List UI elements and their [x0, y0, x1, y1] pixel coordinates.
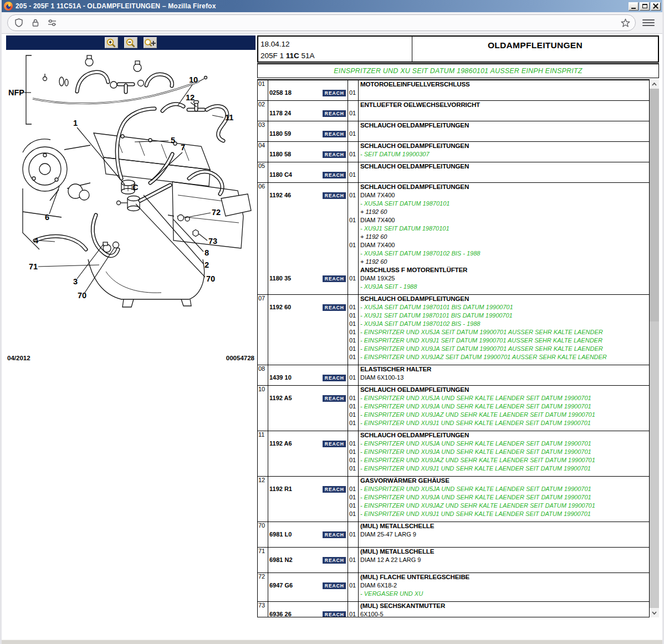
reach-badge[interactable]: REACH	[323, 192, 346, 199]
part-title: ELASTISCHER HALTER	[360, 365, 649, 374]
qty-value	[349, 590, 358, 598]
part-code-column: 1180 59REACH	[268, 121, 348, 141]
shield-icon[interactable]	[14, 18, 23, 27]
scroll-down-button[interactable]	[650, 608, 659, 617]
description-column: (MUL) FLACHE UNTERLEGSCHEIBEDIAM 6X18-2-…	[359, 573, 649, 601]
qty-column: 01	[348, 602, 359, 617]
reach-badge[interactable]: REACH	[323, 90, 346, 96]
row-number: 73	[258, 602, 268, 617]
part-number[interactable]: 1180 35	[269, 274, 291, 283]
part-code-column: 1439 10REACH	[268, 365, 348, 385]
part-number[interactable]: 1192 R1	[269, 485, 292, 493]
part-number[interactable]: 1178 24	[269, 109, 291, 117]
reach-badge[interactable]: REACH	[323, 611, 346, 618]
qty-value: 01	[349, 502, 358, 510]
engine-parts-diagram: NFP101211157647137072738270C	[6, 50, 254, 360]
part-number[interactable]: 1180 58	[269, 150, 291, 159]
zoom-pan-icon	[144, 38, 156, 48]
part-number[interactable]: 1192 A5	[269, 394, 292, 402]
scroll-up-button[interactable]	[650, 79, 659, 89]
reach-badge[interactable]: REACH	[323, 375, 346, 381]
reach-badge[interactable]: REACH	[323, 110, 346, 117]
part-number[interactable]: 6936 26	[269, 610, 292, 617]
reach-badge[interactable]: REACH	[323, 172, 346, 178]
part-number[interactable]: 6947 G6	[269, 581, 293, 590]
qty-column: 01010101010101	[348, 295, 359, 365]
part-detail: - XU9JA SEIT DATUM 19870102 BIS - 1988	[360, 320, 649, 328]
part-detail: 6X100-5	[360, 610, 649, 617]
part-number[interactable]: 1192 A6	[269, 439, 292, 448]
reach-badge[interactable]: REACH	[323, 275, 346, 282]
scrollbar-thumb[interactable]	[650, 89, 659, 321]
qty-value	[349, 295, 358, 303]
close-button[interactable]	[651, 2, 661, 11]
part-detail: - EINSPRITZER UND XU9JAZ SEIT DATUM 1990…	[360, 353, 649, 361]
qty-value: 01	[349, 328, 358, 336]
table-row: 051180 C4REACH01SCHLAUCH OELDAMPFLEITUNG…	[258, 162, 649, 183]
bookmark-star-icon[interactable]	[620, 17, 631, 28]
maximize-button[interactable]	[640, 2, 650, 11]
zoom-out-button[interactable]	[124, 37, 137, 48]
reach-badge[interactable]: REACH	[323, 151, 346, 158]
lock-icon[interactable]	[31, 18, 40, 27]
part-number[interactable]: 1439 10	[269, 374, 292, 382]
reach-badge[interactable]: REACH	[323, 557, 346, 564]
sheet-code: 205F 1 11C 51A	[261, 50, 410, 62]
minimize-button[interactable]	[629, 2, 639, 11]
part-detail: - EINSPRITZER UND XU9JA SEIT DATUM 19900…	[360, 345, 649, 353]
part-number[interactable]: 6981 L0	[269, 530, 292, 539]
row-number: 72	[258, 573, 268, 601]
reach-badge[interactable]: REACH	[323, 486, 346, 493]
qty-column: 01	[348, 548, 359, 573]
reach-badge[interactable]: REACH	[323, 395, 346, 402]
reach-badge[interactable]: REACH	[323, 131, 346, 137]
zoom-in-button[interactable]	[105, 37, 118, 48]
qty-value	[349, 142, 358, 150]
part-number[interactable]: 6981 N2	[269, 556, 293, 564]
part-title: (MUL) SECHSKANTMUTTER	[360, 602, 649, 610]
description-column: ELASTISCHER HALTERDIAM 6X100-13	[359, 365, 649, 385]
callout-leader-line	[77, 244, 104, 279]
part-detail: - EINSPRITZER UND XU9JAZ UND SEHR KALTE …	[360, 456, 649, 464]
qty-value: 01	[349, 456, 358, 464]
row-number: 08	[258, 365, 268, 385]
description-column: (MUL) METALLSCHELLEDIAM 12 A 22 LARG 9	[359, 548, 649, 573]
reach-badge[interactable]: REACH	[323, 531, 346, 538]
zoom-pan-button[interactable]	[144, 37, 157, 48]
part-number[interactable]: 0258 18	[269, 89, 292, 97]
description-column: (MUL) METALLSCHELLEDIAM 25-47 LARG 9	[359, 522, 649, 547]
part-number[interactable]: 1180 59	[269, 130, 291, 138]
part-number[interactable]: 1192 46	[269, 191, 291, 200]
part-detail: - EINSPRITZER UND XU9JAZ UND SEHR KALTE …	[360, 502, 649, 510]
part-number[interactable]: 1180 C4	[269, 171, 292, 179]
part-title: SCHLAUCH OELDAMPFLEITUNGEN	[360, 183, 649, 191]
part-detail: DIAM 7X400	[360, 216, 649, 224]
titlebar: 205 - 205F 1 11C51A - OLDAMPFLEITUNGEN –…	[2, 0, 662, 12]
part-number[interactable]: 1192 60	[269, 303, 291, 311]
row-number: 04	[258, 142, 268, 162]
menu-hamburger-icon[interactable]	[642, 17, 655, 28]
permissions-sliders-icon[interactable]	[48, 18, 57, 27]
part-detail: - XU9J1 SEIT DATUM 19870101 BIS DATUM 19…	[360, 311, 649, 320]
table-scrollbar[interactable]	[650, 79, 659, 617]
description-column: SCHLAUCH OELDAMPFLEITUNGEN- XU5JA SEIT D…	[359, 295, 649, 365]
page-content: NFP101211157647137072738270C 04/2012 000…	[2, 34, 662, 640]
part-title: (MUL) METALLSCHELLE	[360, 548, 649, 556]
part-title: MOTOROELEINFUELLVERSCHLUSS	[360, 80, 649, 89]
qty-value: 01	[349, 171, 358, 179]
diagram-callout-71: 71	[29, 262, 38, 271]
chevron-up-icon	[652, 83, 657, 86]
scrollbar-track[interactable]	[650, 321, 659, 608]
part-code-column: 6981 N2REACH	[268, 548, 348, 573]
reach-badge[interactable]: REACH	[323, 304, 346, 311]
reach-badge[interactable]: REACH	[323, 582, 346, 589]
diagram-callout-NFP: NFP	[8, 88, 24, 97]
part-code-column: 1178 24REACH	[268, 101, 348, 121]
description-column: SCHLAUCH OELDAMPFLEITUNGEN- EINSPRITZER …	[359, 431, 649, 476]
url-bar[interactable]	[7, 14, 636, 31]
qty-value	[349, 80, 358, 89]
reach-badge[interactable]: REACH	[323, 441, 346, 447]
part-detail: - EINSPRITZER UND XU5JA UND SEHR KALTE L…	[360, 394, 649, 402]
qty-value	[349, 121, 358, 130]
browser-toolbar	[2, 12, 662, 34]
